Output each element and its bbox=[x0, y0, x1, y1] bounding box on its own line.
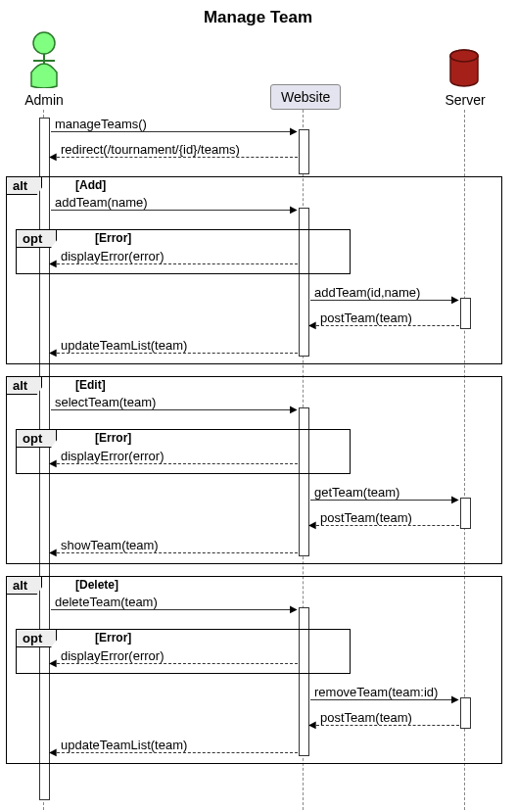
msg-addTeam: addTeam(name) ▶ bbox=[51, 210, 298, 227]
msg-label: getTeam(team) bbox=[314, 485, 399, 500]
svg-point-2 bbox=[450, 50, 478, 62]
frame-tag: alt bbox=[7, 577, 42, 595]
msg-label: postTeam(team) bbox=[320, 510, 412, 525]
website-participant: Website bbox=[270, 84, 341, 110]
activation-srv-edit bbox=[460, 498, 471, 529]
svg-point-0 bbox=[33, 32, 55, 54]
admin-actor-icon bbox=[29, 31, 59, 91]
msg-selectTeam: selectTeam(team) ▶ bbox=[51, 409, 298, 427]
msg-label: displayError(error) bbox=[61, 449, 164, 463]
frame-cond: [Edit] bbox=[75, 378, 106, 392]
msg-updateList-del: updateTeamList(team) ◀ bbox=[51, 752, 298, 770]
msg-add-err: displayError(error) ◀ bbox=[51, 263, 298, 281]
frame-tag: opt bbox=[17, 230, 57, 248]
msg-redirect: redirect(/tournament/{id}/teams) ◀ bbox=[51, 157, 298, 174]
msg-label: addTeam(name) bbox=[55, 195, 148, 210]
msg-edit-err: displayError(error) ◀ bbox=[51, 463, 298, 481]
msg-label: addTeam(id,name) bbox=[314, 285, 420, 300]
diagram-body: manageTeams() ▶ redirect(/tournament/{id… bbox=[0, 110, 516, 812]
msg-postTeam-edit: postTeam(team) ◀ bbox=[310, 525, 459, 543]
activation-web-1 bbox=[299, 129, 309, 174]
frame-cond: [Add] bbox=[75, 178, 106, 192]
activation-srv-del bbox=[460, 697, 471, 729]
msg-label: updateTeamList(team) bbox=[61, 338, 187, 353]
msg-label: displayError(error) bbox=[61, 648, 164, 663]
msg-deleteTeam: deleteTeam(team) ▶ bbox=[51, 609, 298, 627]
participants-row: Admin Website Server bbox=[0, 31, 516, 110]
frame-tag: opt bbox=[17, 630, 57, 647]
msg-label: removeTeam(team:id) bbox=[314, 685, 438, 699]
frame-cond: [Error] bbox=[95, 631, 131, 645]
msg-del-err: displayError(error) ◀ bbox=[51, 663, 298, 681]
msg-postTeam-add: postTeam(team) ◀ bbox=[310, 325, 459, 343]
msg-label: displayError(error) bbox=[61, 249, 164, 263]
msg-label: redirect(/tournament/{id}/teams) bbox=[61, 142, 240, 157]
msg-label: updateTeamList(team) bbox=[61, 738, 187, 752]
admin-label: Admin bbox=[20, 92, 69, 108]
frame-tag: opt bbox=[17, 430, 57, 448]
frame-cond: [Error] bbox=[95, 431, 131, 445]
diagram-title: Manage Team bbox=[0, 0, 516, 31]
msg-updateList-add: updateTeamList(team) ◀ bbox=[51, 353, 298, 370]
msg-label: showTeam(team) bbox=[61, 538, 159, 552]
msg-label: postTeam(team) bbox=[320, 310, 412, 325]
frame-cond: [Error] bbox=[95, 231, 131, 245]
server-db-icon bbox=[448, 49, 480, 91]
msg-label: selectTeam(team) bbox=[55, 395, 156, 409]
msg-label: manageTeams() bbox=[55, 117, 147, 131]
msg-showTeam: showTeam(team) ◀ bbox=[51, 552, 298, 570]
frame-cond: [Delete] bbox=[75, 578, 118, 592]
msg-label: deleteTeam(team) bbox=[55, 595, 158, 609]
frame-tag: alt bbox=[7, 177, 42, 195]
msg-label: postTeam(team) bbox=[320, 710, 412, 725]
msg-postTeam-del: postTeam(team) ◀ bbox=[310, 725, 459, 742]
server-label: Server bbox=[441, 92, 490, 108]
frame-tag: alt bbox=[7, 377, 42, 395]
activation-srv-add bbox=[460, 298, 471, 329]
